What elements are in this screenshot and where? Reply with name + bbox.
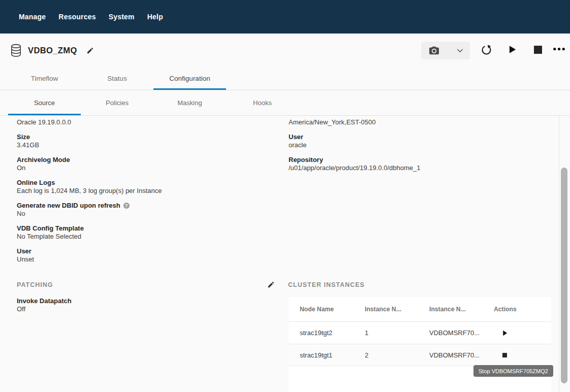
field-invoke-datapatch: Invoke Datapatch Off xyxy=(17,297,72,313)
field-oracle-version: Oracle 19.19.0.0.0 xyxy=(17,118,273,126)
field-value: No xyxy=(17,210,273,218)
field-value: 3.41GB xyxy=(17,141,273,149)
cell-instance-name: VDBOMSRF70... xyxy=(429,351,494,359)
nav-resources[interactable]: Resources xyxy=(58,13,96,21)
config-sub-tab-bar: Source Policies Masking Hooks xyxy=(0,90,570,116)
camera-icon xyxy=(429,46,439,55)
field-size: Size 3.41GB xyxy=(17,133,273,149)
help-icon[interactable]: ? xyxy=(123,203,130,209)
cell-node-name: strac19tgt2 xyxy=(289,329,365,337)
stop-button[interactable] xyxy=(534,46,542,54)
field-timezone: America/New_York,EST-0500 xyxy=(289,118,553,126)
nav-help[interactable]: Help xyxy=(147,13,163,21)
table-row: strac19tgt2 1 VDBOMSRF70... xyxy=(289,321,551,344)
field-archivelog-mode: Archivelog Mode On xyxy=(17,156,273,172)
field-label: Invoke Datapatch xyxy=(17,297,72,305)
field-value: Oracle 19.19.0.0.0 xyxy=(17,118,273,126)
stop-instance-tooltip: Stop VDBOMSRF705ZMQ2 xyxy=(473,365,553,377)
col-header-instance-number: Instance N... xyxy=(365,306,429,313)
main-tab-bar: Timeflow Status Configuration xyxy=(0,67,570,90)
field-label: Size xyxy=(17,133,273,141)
snapshot-button[interactable] xyxy=(421,42,470,59)
tab-status[interactable]: Status xyxy=(81,67,153,90)
field-value: oracle xyxy=(289,141,553,149)
field-value: America/New_York,EST-0500 xyxy=(289,118,553,126)
nav-system[interactable]: System xyxy=(109,13,135,21)
edit-name-icon[interactable] xyxy=(85,46,95,55)
field-user-left: User Unset xyxy=(17,247,273,264)
subtab-masking[interactable]: Masking xyxy=(153,90,226,115)
source-details-left-column: Oracle 19.19.0.0.0 Size 3.41GB Archivelo… xyxy=(17,118,273,270)
cell-node-name: strac19tgt1 xyxy=(289,351,365,359)
field-label: Archivelog Mode xyxy=(17,156,273,164)
subtab-policies[interactable]: Policies xyxy=(81,90,153,115)
page-title: VDBO_ZMQ xyxy=(28,46,77,55)
field-label-text: Generate new DBID upon refresh xyxy=(17,202,120,210)
field-value: /u01/app/oracle/product/19.19.0.0/dbhome… xyxy=(289,164,553,172)
more-options-button[interactable] xyxy=(553,47,565,51)
field-value: Off xyxy=(17,305,72,313)
cluster-instances-table: Node Name Instance N... Instance N... Ac… xyxy=(289,297,551,392)
field-label: User xyxy=(17,247,273,255)
top-nav-bar: Manage Resources System Help xyxy=(0,0,570,34)
field-vdb-config-template: VDB Config Template No Template Selected xyxy=(17,224,273,241)
field-online-logs: Online Logs Each log is 1,024 MB, 3 log … xyxy=(17,179,273,195)
cluster-instances-section-title: CLUSTER INSTANCES xyxy=(288,281,365,288)
cell-actions xyxy=(494,330,551,336)
field-label: Repository xyxy=(289,156,553,164)
vertical-scrollbar[interactable] xyxy=(561,168,567,383)
stop-instance-icon[interactable] xyxy=(502,353,507,357)
field-repository: Repository /u01/app/oracle/product/19.19… xyxy=(289,156,553,172)
field-user-right: User oracle xyxy=(289,133,553,149)
field-generate-dbid: Generate new DBID upon refresh ? No xyxy=(17,202,273,218)
content-right-border xyxy=(559,116,559,392)
cell-instance-number: 1 xyxy=(365,329,429,337)
field-value: On xyxy=(17,164,273,172)
header-row: VDBO_ZMQ xyxy=(0,34,570,67)
field-value: No Template Selected xyxy=(17,233,273,241)
cell-instance-number: 2 xyxy=(365,351,429,359)
col-header-node-name: Node Name xyxy=(289,306,365,313)
subtab-hooks[interactable]: Hooks xyxy=(226,90,299,115)
source-details-right-column: America/New_York,EST-0500 User oracle Re… xyxy=(289,118,553,179)
col-header-instance-name: Instance N... xyxy=(429,306,494,313)
refresh-button[interactable] xyxy=(481,44,492,56)
table-header-row: Node Name Instance N... Instance N... Ac… xyxy=(289,297,551,321)
stop-icon xyxy=(534,46,542,54)
start-instance-icon[interactable] xyxy=(502,330,508,336)
field-label: Generate new DBID upon refresh ? xyxy=(17,202,273,210)
start-button[interactable] xyxy=(509,45,516,54)
nav-manage[interactable]: Manage xyxy=(19,13,46,21)
tab-configuration[interactable]: Configuration xyxy=(153,67,226,90)
field-value: Unset xyxy=(17,255,273,264)
patching-section-title: PATCHING xyxy=(17,281,53,288)
tab-timeflow[interactable]: Timeflow xyxy=(8,67,81,90)
subtab-source[interactable]: Source xyxy=(8,90,81,115)
chevron-down-icon[interactable] xyxy=(457,49,463,53)
table-row: strac19tgt1 2 VDBOMSRF70... xyxy=(289,344,551,366)
edit-patching-icon[interactable] xyxy=(266,280,276,289)
cell-actions xyxy=(494,353,551,357)
cell-instance-name: VDBOMSRF70... xyxy=(429,329,494,337)
col-header-actions: Actions xyxy=(494,306,551,313)
field-value: Each log is 1,024 MB, 3 log group(s) per… xyxy=(17,187,273,195)
title-group: VDBO_ZMQ xyxy=(10,34,95,67)
field-label: Online Logs xyxy=(17,179,273,187)
database-icon xyxy=(10,44,22,57)
field-label: User xyxy=(289,133,553,141)
field-label: VDB Config Template xyxy=(17,224,273,233)
